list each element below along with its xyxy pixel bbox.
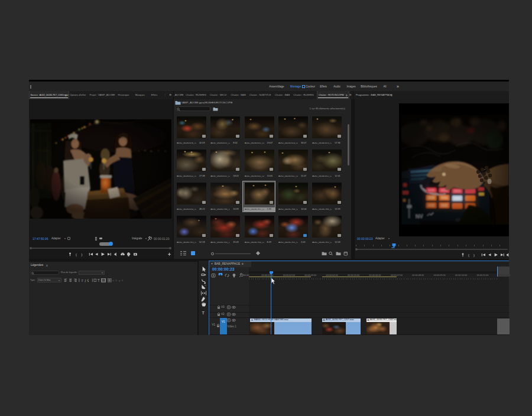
svg-text:{: { <box>76 253 77 256</box>
svg-text:}: } <box>82 253 83 256</box>
svg-text:T: T <box>202 310 205 316</box>
svg-text:I: I <box>84 279 86 282</box>
svg-text:y : 1: y : 1 <box>119 280 123 282</box>
svg-text:{: { <box>468 254 469 257</box>
svg-text:}: } <box>473 254 475 257</box>
svg-text:T: T <box>81 279 83 282</box>
svg-text:x : 1: x : 1 <box>113 280 117 282</box>
